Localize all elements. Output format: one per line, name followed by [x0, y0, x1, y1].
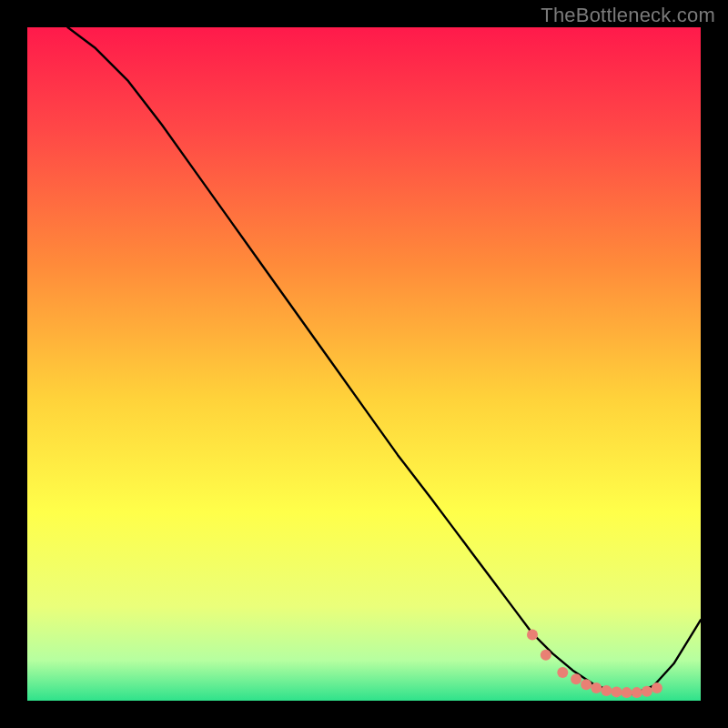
highlight-dot [591, 682, 602, 693]
highlight-dot [652, 682, 662, 693]
chart-frame: TheBottleneck.com [0, 0, 728, 728]
plot-area [27, 27, 701, 701]
highlight-dot [557, 667, 568, 678]
highlight-dot [541, 650, 551, 661]
highlight-dot [612, 686, 622, 697]
highlight-dot [632, 687, 642, 698]
chart-svg [27, 27, 701, 701]
highlight-dot [622, 687, 632, 698]
highlight-dot [601, 685, 612, 696]
gradient-background [27, 27, 701, 701]
highlight-dot [581, 679, 592, 690]
highlight-dot [571, 673, 581, 684]
attribution-text: TheBottleneck.com [541, 4, 715, 27]
highlight-dot [527, 629, 538, 640]
highlight-dot [642, 686, 652, 697]
